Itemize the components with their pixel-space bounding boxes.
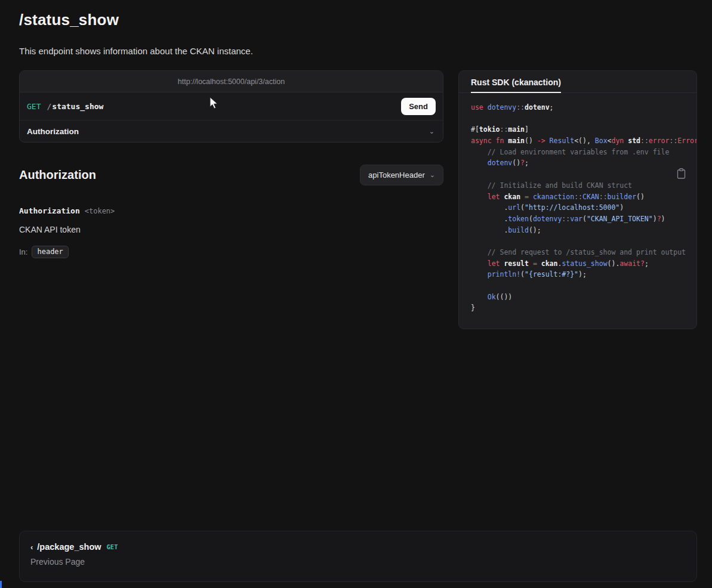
status-show-doc-page: /status_show This endpoint shows informa… [0, 0, 712, 588]
request-card: http://localhost:5000/api/3/action GET /… [19, 70, 443, 143]
endpoint-path: /status_show [47, 102, 103, 111]
auth-param-description: CKAN API token [19, 225, 81, 234]
code-line [471, 236, 696, 247]
tab-rust-sdk[interactable]: Rust SDK (ckanaction) [471, 78, 561, 93]
auth-accordion-row[interactable]: Authorization ⌄ [20, 120, 443, 142]
code-line: println!("{result:#?}"); [471, 269, 696, 280]
code-block: use dotenvy::dotenv; #[tokio::main]async… [459, 93, 696, 314]
auth-param-type: <token> [85, 207, 115, 215]
code-line: let ckan = ckanaction::CKAN::builder() [471, 191, 696, 203]
auth-param-name-row: Authorization<token> [19, 206, 115, 215]
base-url-bar: http://localhost:5000/api/3/action [20, 71, 443, 92]
auth-scheme-select[interactable]: apiTokenHeader ⌄ [360, 165, 443, 185]
code-line: let result = ckan.status_show().await?; [471, 258, 696, 270]
chevron-down-icon: ⌄ [430, 172, 435, 178]
path-text: status_show [52, 102, 103, 111]
code-line: } [471, 302, 696, 314]
auth-scheme-value: apiTokenHeader [368, 171, 425, 180]
auth-accordion-label: Authorization [27, 127, 79, 136]
page-description: This endpoint shows information about th… [19, 46, 253, 56]
code-line: dotenv()?; [471, 157, 696, 169]
auth-param-in-row: In: header [19, 246, 69, 258]
code-line: Ok(()) [471, 292, 696, 303]
chevron-down-icon: ⌄ [429, 128, 434, 135]
previous-page-method-badge: GET [107, 543, 118, 550]
page-title: /status_show [19, 11, 119, 29]
code-line: // Send request to /status_show and prin… [471, 247, 696, 258]
previous-page-label: Previous Page [30, 557, 686, 567]
chevron-left-icon: ‹ [30, 543, 33, 552]
code-line: // Initialize and build CKAN struct [471, 180, 696, 191]
focus-indicator [0, 581, 2, 588]
code-line: .token(dotenvy::var("CKAN_API_TOKEN")?) [471, 213, 696, 225]
copy-button[interactable] [677, 168, 686, 179]
in-label: In: [19, 247, 27, 256]
code-line: .build(); [471, 225, 696, 236]
send-button[interactable]: Send [401, 98, 436, 115]
code-line: #[tokio::main] [471, 124, 696, 135]
previous-page-path: /package_show [37, 542, 101, 552]
code-line [471, 113, 696, 125]
code-line: // Load environment variables from .env … [471, 147, 696, 158]
code-line: async fn main() -> Result<(), Box<dyn st… [471, 135, 696, 147]
code-line [471, 169, 696, 180]
previous-page-link[interactable]: ‹ /package_show GET Previous Page [19, 531, 697, 582]
in-value-badge: header [32, 246, 68, 258]
previous-page-title-row: ‹ /package_show GET [30, 542, 686, 552]
authorization-heading: Authorization [19, 168, 96, 182]
code-line [471, 280, 696, 292]
auth-param-name: Authorization [19, 206, 80, 215]
code-line: .url("http://localhost:5000") [471, 202, 696, 213]
base-url-text: http://localhost:5000/api/3/action [178, 78, 285, 86]
code-line: use dotenvy::dotenv; [471, 102, 696, 113]
request-method-row: GET /status_show Send [20, 92, 443, 120]
code-panel-header: Rust SDK (ckanaction) [459, 71, 696, 93]
clipboard-icon [677, 168, 686, 179]
code-sample-panel: Rust SDK (ckanaction) use dotenvy::doten… [458, 70, 697, 329]
method-badge: GET [27, 102, 41, 111]
path-slash: / [47, 102, 51, 111]
